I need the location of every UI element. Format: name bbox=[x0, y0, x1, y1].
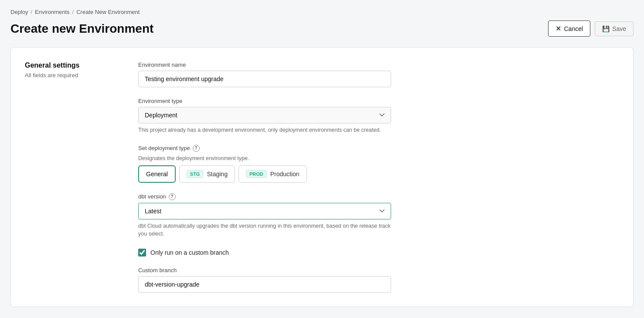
checkbox-row: Only run on a custom branch bbox=[138, 249, 391, 256]
deployment-type-production-label: Production bbox=[270, 171, 300, 178]
env-name-input[interactable] bbox=[138, 71, 391, 87]
breadcrumb: Deploy / Environments / Create New Envir… bbox=[10, 9, 634, 15]
deployment-type-staging-button[interactable]: STG Staging bbox=[179, 165, 235, 183]
deployment-type-general-button[interactable]: General bbox=[138, 165, 176, 183]
deployment-type-general-label: General bbox=[146, 171, 168, 178]
save-button[interactable]: 💾 Save bbox=[595, 21, 634, 36]
page-header: Create new Environment ✕ Cancel 💾 Save bbox=[10, 21, 634, 37]
deployment-type-production-button[interactable]: PROD Production bbox=[239, 165, 307, 183]
deployment-type-buttons: General STG Staging PROD Production bbox=[138, 165, 391, 183]
env-type-select[interactable]: Deployment Development bbox=[138, 107, 391, 123]
custom-branch-checkbox-group: Only run on a custom branch bbox=[138, 249, 391, 256]
deployment-type-label: Set deployment type bbox=[138, 145, 190, 151]
deployment-type-group: Set deployment type ? Designates the dep… bbox=[138, 145, 391, 183]
close-icon: ✕ bbox=[555, 24, 561, 33]
form-sidebar: General settings All fields are required bbox=[25, 62, 112, 293]
prod-badge: PROD bbox=[246, 170, 267, 178]
save-icon: 💾 bbox=[602, 25, 610, 32]
form-card: General settings All fields are required… bbox=[10, 47, 634, 307]
env-type-group: Environment type Deployment Development … bbox=[138, 98, 391, 134]
page-title: Create new Environment bbox=[10, 22, 153, 36]
deployment-type-help-icon[interactable]: ? bbox=[193, 145, 200, 152]
cancel-button[interactable]: ✕ Cancel bbox=[548, 21, 590, 37]
custom-branch-input-group: Custom branch bbox=[138, 267, 391, 293]
cancel-label: Cancel bbox=[564, 25, 583, 32]
env-name-label: Environment name bbox=[138, 62, 391, 68]
custom-branch-checkbox[interactable] bbox=[138, 249, 146, 256]
section-title: General settings bbox=[25, 62, 112, 69]
breadcrumb-environments[interactable]: Environments bbox=[35, 9, 69, 15]
dbt-version-group: dbt version ? Latest 1.7 1.6 dbt Cloud a… bbox=[138, 193, 391, 239]
dbt-version-hint: dbt Cloud automatically upgrades the dbt… bbox=[138, 222, 391, 239]
save-label: Save bbox=[612, 25, 626, 32]
deployment-type-label-row: Set deployment type ? bbox=[138, 145, 391, 152]
dbt-version-label: dbt version bbox=[138, 193, 166, 200]
deployment-type-hint: Designates the deployment environment ty… bbox=[138, 154, 391, 163]
dbt-version-select[interactable]: Latest 1.7 1.6 bbox=[138, 203, 391, 219]
env-type-hint: This project already has a development e… bbox=[138, 126, 391, 134]
deployment-type-staging-label: Staging bbox=[207, 171, 227, 178]
stg-badge: STG bbox=[187, 170, 204, 178]
header-actions: ✕ Cancel 💾 Save bbox=[548, 21, 634, 37]
custom-branch-input[interactable] bbox=[138, 276, 391, 293]
form-content: Environment name Environment type Deploy… bbox=[138, 62, 391, 293]
env-type-label: Environment type bbox=[138, 98, 391, 104]
custom-branch-label: Custom branch bbox=[138, 267, 391, 274]
section-subtitle: All fields are required bbox=[25, 72, 112, 79]
dbt-version-label-row: dbt version ? bbox=[138, 193, 391, 200]
env-name-group: Environment name bbox=[138, 62, 391, 87]
custom-branch-checkbox-label[interactable]: Only run on a custom branch bbox=[150, 249, 229, 256]
breadcrumb-deploy[interactable]: Deploy bbox=[10, 9, 28, 15]
breadcrumb-current: Create New Environment bbox=[76, 9, 140, 15]
dbt-version-help-icon[interactable]: ? bbox=[169, 193, 176, 200]
